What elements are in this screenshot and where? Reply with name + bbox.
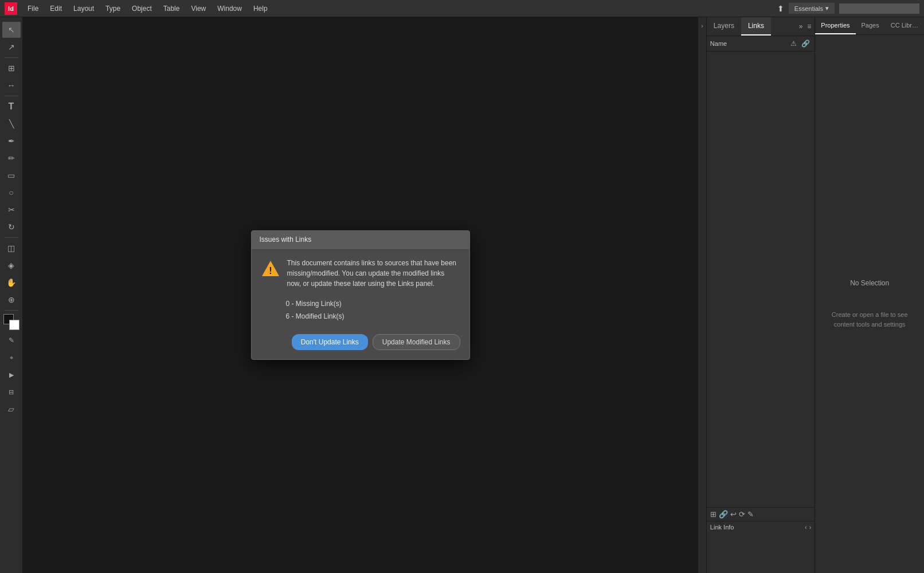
go-to-link-icon[interactable]: ↩ [730, 510, 737, 519]
menu-window[interactable]: Window [213, 2, 246, 15]
dialog-titlebar: Issues with Links [252, 231, 469, 249]
selection-tool[interactable]: ↖ [2, 22, 21, 38]
menu-edit[interactable]: Edit [45, 2, 66, 15]
panel-header: Name ⚠ 🔗 [707, 36, 815, 52]
link-info-prev[interactable]: ‹ [805, 524, 807, 531]
warning-header-icon: ⚠ [789, 38, 798, 49]
frame-ellipse-tool[interactable]: ○ [2, 185, 21, 201]
gap-tool[interactable]: ↔ [2, 77, 21, 93]
menu-right: ⬆ Essentials ▾ [777, 3, 919, 14]
panel-tabs: Layers Links » ≡ [707, 17, 815, 36]
panel-bottom-toolbar: ⊞ 🔗 ↩ ⟳ ✎ [707, 507, 815, 521]
links-tab[interactable]: Links [741, 17, 771, 36]
media-tool[interactable]: ▶ [2, 367, 21, 383]
expand-icon[interactable]: » [798, 21, 804, 32]
link-info-header: Link Info ‹ › [710, 524, 812, 531]
essentials-button[interactable]: Essentials ▾ [789, 3, 835, 14]
panel-tab-icons: » ≡ [798, 21, 815, 32]
toolbar-separator-1 [5, 57, 18, 58]
warning-icon: ! [261, 259, 280, 289]
menu-help[interactable]: Help [249, 2, 272, 15]
link-info-next[interactable]: › [809, 524, 812, 531]
menu-view[interactable]: View [186, 2, 210, 15]
line-tool[interactable]: ╲ [2, 116, 21, 132]
toolbar-separator-3 [5, 237, 18, 238]
hand-tool[interactable]: ✋ [2, 274, 21, 291]
toolbar-separator-2 [5, 96, 18, 96]
link-info-label: Link Info [710, 524, 734, 531]
link-info-body [710, 531, 812, 571]
dont-update-button[interactable]: Don't Update Links [292, 334, 368, 350]
issues-with-links-dialog: Issues with Links ! This document contai… [251, 230, 470, 360]
link-info-arrows: ‹ › [805, 524, 811, 531]
app-icon: Id [5, 2, 17, 15]
menu-layout[interactable]: Layout [69, 2, 99, 15]
notes-tool[interactable]: ✎ [2, 332, 21, 348]
missing-links-count: 0 - Missing Link(s) [286, 298, 460, 311]
page-tool[interactable]: ⊞ [2, 60, 21, 76]
update-link-icon[interactable]: ⟳ [739, 510, 745, 519]
dialog-title: Issues with Links [260, 236, 312, 244]
create-file-text: Create or open a file to see content too… [827, 310, 913, 329]
no-selection-label: No Selection [850, 279, 889, 287]
relink-icon[interactable]: ⊞ [710, 510, 717, 519]
pages-tab[interactable]: Pages [856, 17, 885, 34]
relink-header-icon: 🔗 [800, 38, 811, 49]
properties-content: No Selection Create or open a file to se… [815, 35, 924, 573]
free-transform-tool[interactable]: ↻ [2, 219, 21, 235]
dialog-buttons: Don't Update Links Update Modified Links [261, 332, 460, 352]
right-panels: › Layers Links » ≡ Name ⚠ 🔗 ⊞ 🔗 ↩ [698, 17, 924, 573]
properties-tabs: Properties Pages CC Libr… [815, 17, 924, 35]
dialog-message-row: ! This document contains links to source… [261, 258, 460, 289]
background-color[interactable] [9, 320, 19, 330]
canvas-area: Issues with Links ! This document contai… [23, 17, 698, 573]
dialog-message: This document contains links to sources … [287, 258, 460, 289]
toolbar: ↖ ↗ ⊞ ↔ T ╲ ✒ ✏ ▭ ○ ✂ ↻ ◫ ◈ ✋ ⊕ ✎ ⌖ ▶ ⊟ … [0, 17, 23, 573]
main-layout: ↖ ↗ ⊞ ↔ T ╲ ✒ ✏ ▭ ○ ✂ ↻ ◫ ◈ ✋ ⊕ ✎ ⌖ ▶ ⊟ … [0, 17, 924, 573]
panel-content [707, 52, 815, 507]
modal-overlay: Issues with Links ! This document contai… [23, 17, 698, 573]
menu-file[interactable]: File [23, 2, 43, 15]
layers-tab[interactable]: Layers [707, 17, 741, 36]
frame-grid-tool[interactable]: ⊟ [2, 384, 21, 400]
collapse-button[interactable]: › [698, 17, 707, 573]
color-box[interactable] [3, 314, 19, 330]
edit-original-icon[interactable]: ✎ [747, 510, 754, 519]
chevron-down-icon: ▾ [825, 5, 829, 12]
scissors-tool[interactable]: ✂ [2, 202, 21, 218]
link-info-section: Link Info ‹ › [707, 521, 815, 573]
direct-selection-tool[interactable]: ↗ [2, 39, 21, 55]
dialog-body: ! This document contains links to source… [252, 249, 469, 359]
menu-object[interactable]: Object [127, 2, 156, 15]
name-column-header: Name [710, 40, 788, 47]
pencil-tool[interactable]: ✏ [2, 150, 21, 166]
gradient-tool[interactable]: ◫ [2, 240, 21, 256]
type-tool[interactable]: T [2, 99, 21, 115]
menu-bar: Id File Edit Layout Type Object Table Vi… [0, 0, 924, 17]
svg-text:!: ! [269, 266, 272, 276]
update-modified-button[interactable]: Update Modified Links [373, 334, 460, 350]
measure-tool[interactable]: ⌖ [2, 350, 21, 366]
gradient-swatch-tool[interactable]: ▱ [2, 401, 21, 417]
pen-tool[interactable]: ✒ [2, 133, 21, 149]
menu-table[interactable]: Table [159, 2, 185, 15]
properties-panel: Properties Pages CC Libr… No Selection C… [815, 17, 924, 573]
panel-menu-icon[interactable]: ≡ [806, 21, 812, 32]
link-icon[interactable]: 🔗 [719, 510, 728, 519]
dialog-stats: 0 - Missing Link(s) 6 - Modified Link(s) [261, 298, 460, 323]
modified-links-count: 6 - Modified Link(s) [286, 311, 460, 323]
gradient-feather-tool[interactable]: ◈ [2, 257, 21, 273]
share-icon[interactable]: ⬆ [777, 4, 784, 13]
zoom-tool[interactable]: ⊕ [2, 292, 21, 308]
menu-type[interactable]: Type [101, 2, 125, 15]
links-panel: Layers Links » ≡ Name ⚠ 🔗 ⊞ 🔗 ↩ ⟳ ✎ [707, 17, 816, 573]
chevron-right-icon: › [701, 23, 703, 29]
frame-rect-tool[interactable]: ▭ [2, 167, 21, 183]
cc-libraries-tab[interactable]: CC Libr… [885, 17, 924, 34]
properties-tab[interactable]: Properties [815, 17, 855, 34]
toolbar-separator-4 [5, 310, 18, 311]
search-input[interactable] [839, 3, 919, 14]
